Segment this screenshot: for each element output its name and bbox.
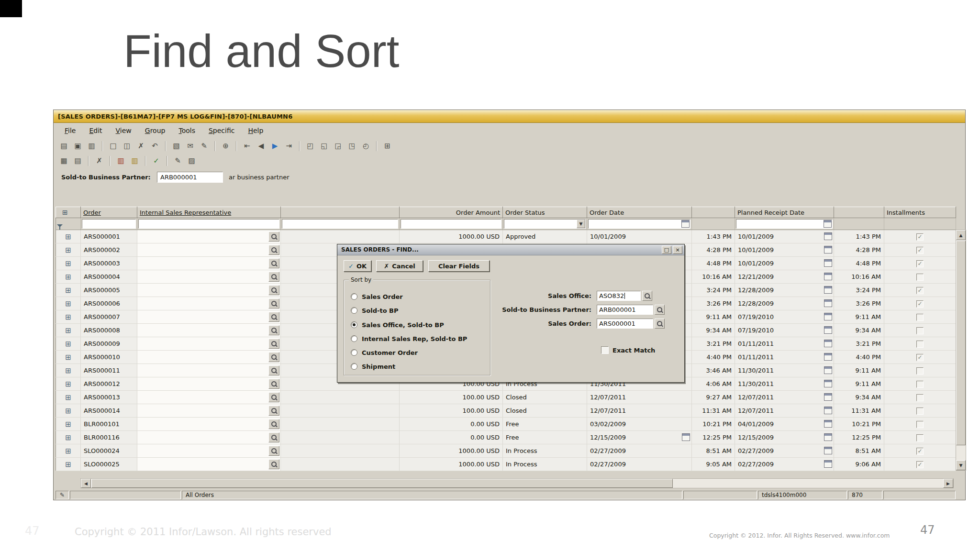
lookup-icon[interactable] [268, 379, 279, 389]
installments-checkbox[interactable] [916, 421, 924, 428]
filter-receipt-date-input[interactable] [736, 219, 833, 229]
find-dialog-titlebar[interactable]: SALES ORDERS - FIND... □ × [337, 244, 684, 255]
lookup-icon[interactable] [268, 298, 279, 309]
filter-order-input[interactable] [82, 219, 136, 229]
expand-record-icon[interactable]: ⊞ [65, 380, 71, 388]
expand-record-icon[interactable]: ⊞ [65, 366, 71, 375]
installments-checkbox[interactable] [916, 434, 924, 441]
filter-isr-desc-input[interactable] [282, 219, 398, 229]
print-document-icon[interactable]: ▥ [114, 155, 127, 167]
window-refresh-icon[interactable]: ◴ [359, 140, 372, 152]
table-row[interactable]: ⊞SLO0000241000.00 USDIn Process02/27/200… [56, 444, 956, 458]
scroll-right-icon[interactable]: ▶ [943, 479, 953, 488]
sort-option-customer-order[interactable]: Customer Order [351, 348, 418, 357]
lookup-icon[interactable] [268, 231, 279, 242]
expand-record-icon[interactable]: ⊞ [65, 407, 71, 415]
installments-checkbox[interactable] [916, 314, 924, 321]
isr-input[interactable] [138, 338, 267, 350]
filter-order-date-input[interactable] [588, 219, 690, 229]
calendar-icon[interactable] [824, 232, 832, 240]
table-row[interactable]: ⊞BLR0001010.00 USDFree03/02/200910:21 PM… [56, 418, 956, 431]
open-icon[interactable]: ▤ [57, 140, 70, 152]
installments-checkbox[interactable] [916, 341, 924, 348]
lookup-icon[interactable] [268, 312, 279, 322]
lookup-icon[interactable] [268, 285, 279, 295]
calendar-icon[interactable] [824, 273, 832, 280]
zoom-icon[interactable]: ⊕ [219, 140, 232, 152]
table-row[interactable]: ⊞BLR0001160.00 USDFree12/15/200912:25 PM… [56, 431, 956, 444]
calendar-icon[interactable] [824, 393, 832, 401]
calendar-icon[interactable] [824, 433, 832, 441]
calendar-icon[interactable] [824, 286, 832, 294]
expand-record-icon[interactable]: ⊞ [65, 259, 71, 268]
expand-record-icon[interactable]: ⊞ [65, 299, 71, 308]
scroll-down-icon[interactable]: ▼ [956, 460, 966, 470]
lookup-icon[interactable] [268, 406, 279, 416]
dialog-field-input[interactable]: ARS000001 [597, 319, 653, 329]
copy-record-icon[interactable]: ◫ [121, 140, 134, 152]
isr-input[interactable] [138, 257, 267, 269]
undo-icon[interactable]: ↶ [148, 140, 161, 152]
calendar-icon[interactable] [824, 326, 832, 334]
restore-icon[interactable]: □ [662, 246, 671, 254]
lookup-icon[interactable] [268, 272, 279, 282]
edit-notes-icon[interactable]: ✎ [171, 155, 184, 167]
isr-input[interactable] [138, 431, 267, 443]
expand-record-icon[interactable]: ⊞ [65, 246, 71, 254]
column-header-installments[interactable]: Installments [887, 209, 925, 216]
radio-icon[interactable] [351, 335, 357, 342]
calendar-icon[interactable] [824, 407, 832, 414]
filter-amount-input[interactable] [401, 219, 501, 229]
column-header-receipt-date[interactable]: Planned Receipt Date [737, 209, 804, 216]
approve-icon[interactable]: ✓ [150, 155, 163, 167]
close-icon[interactable]: × [673, 246, 682, 254]
isr-input[interactable] [138, 378, 267, 390]
calendar-icon[interactable] [824, 353, 832, 361]
print-icon[interactable]: ▥ [85, 140, 98, 152]
lookup-icon[interactable] [268, 339, 279, 349]
calendar-icon[interactable] [682, 433, 690, 441]
lookup-icon[interactable] [655, 305, 665, 315]
isr-input[interactable] [138, 311, 267, 323]
save-icon[interactable]: ▣ [71, 140, 84, 152]
isr-input[interactable] [138, 284, 267, 296]
calendar-icon[interactable] [681, 220, 690, 228]
image-icon[interactable]: ▧ [170, 140, 183, 152]
cancel-button[interactable]: ✗ Cancel [376, 260, 423, 272]
clear-filter-icon[interactable]: ✗ [93, 155, 106, 167]
previous-record-icon[interactable]: ◀ [255, 140, 267, 152]
next-record-icon[interactable]: ▶ [268, 140, 281, 152]
horizontal-scroll-thumb[interactable] [91, 479, 673, 488]
calendar-icon[interactable] [824, 340, 832, 347]
installments-checkbox[interactable]: ✓ [916, 461, 924, 468]
lookup-icon[interactable] [655, 319, 665, 329]
scroll-up-icon[interactable]: ▲ [956, 230, 966, 240]
column-header-isr[interactable]: Internal Sales Representative [140, 209, 231, 216]
isr-input[interactable] [138, 298, 267, 309]
calendar-icon[interactable] [824, 460, 832, 468]
duplicate-window-icon[interactable]: ◰ [304, 140, 317, 152]
calendar-icon[interactable] [824, 380, 832, 387]
expand-record-icon[interactable]: ⊞ [65, 447, 71, 455]
lookup-icon[interactable] [268, 325, 279, 335]
calendar-icon[interactable] [824, 246, 832, 253]
installments-checkbox[interactable]: ✓ [916, 233, 924, 241]
expand-record-icon[interactable]: ⊞ [65, 313, 71, 321]
installments-checkbox[interactable]: ✓ [916, 260, 924, 267]
filter-status-dropdown[interactable]: ▼ [504, 219, 586, 229]
isr-input[interactable] [138, 231, 267, 242]
menu-specific[interactable]: Specific [202, 125, 242, 136]
installments-checkbox[interactable]: ✓ [916, 448, 924, 455]
table-row[interactable]: ⊞ARS0000011000.00 USDApproved10/01/20091… [56, 230, 956, 243]
calendar-icon[interactable] [824, 299, 832, 307]
ok-button[interactable]: ✓ OK [344, 260, 371, 272]
calendar-icon[interactable] [824, 313, 832, 320]
lookup-icon[interactable] [642, 291, 652, 301]
lookup-icon[interactable] [268, 258, 279, 268]
installments-checkbox[interactable] [916, 381, 924, 388]
column-header-order-status[interactable]: Order Status [505, 209, 545, 216]
isr-input[interactable] [138, 405, 267, 417]
window-forward-icon[interactable]: ◲ [332, 140, 345, 152]
isr-input[interactable] [138, 244, 267, 256]
isr-input[interactable] [138, 445, 267, 457]
